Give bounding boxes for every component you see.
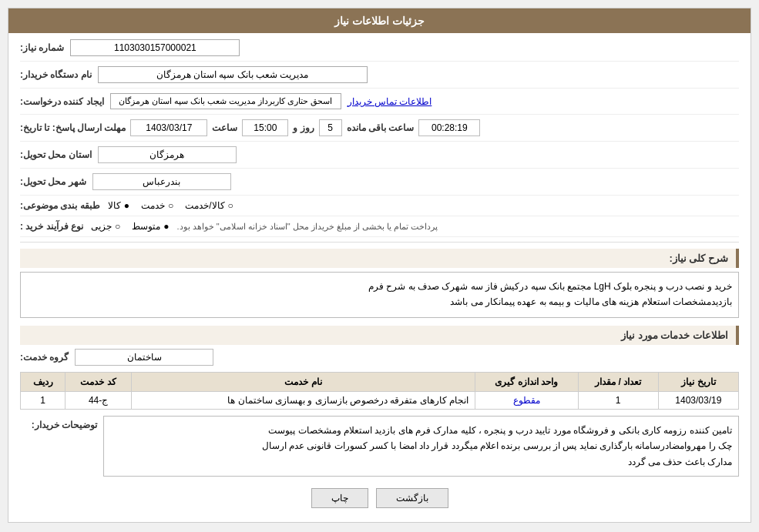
mohlat-date: 1403/03/17 xyxy=(130,119,207,136)
tabaqe-option-kala[interactable]: ● کالا xyxy=(108,200,129,211)
group-label: گروه خدمت: xyxy=(20,352,69,363)
sharh-line1: خرید و نصب درب و پنجره بلوک LgH مجتمع با… xyxy=(27,279,732,294)
ijad-value: اسحق حتاری کاربرداز مدیریت شعب بانک سپه … xyxy=(110,93,341,109)
ostan-label: استان محل تحویل: xyxy=(20,149,92,160)
radio-icon: ● xyxy=(163,221,169,232)
rooz-value: 5 xyxy=(319,119,342,136)
cell-name: انجام کارهای متفرقه درخصوص بازسازی و بهس… xyxy=(131,392,475,410)
radio-icon: ● xyxy=(124,200,129,211)
tawzih-content: تامین کننده رزومه کاری بانکی و فروشگاه م… xyxy=(103,416,739,477)
sharh-section-title: شرح کلی نیاز: xyxy=(20,249,739,268)
sharh-content: خرید و نصب درب و پنجره بلوک LgH مجتمع با… xyxy=(20,272,739,318)
neaz-value: 1103030157000021 xyxy=(70,39,240,56)
shahr-label: شهر محل تحویل: xyxy=(20,176,86,187)
tawzih-line: مدارک باعث حذف می گردد xyxy=(110,454,732,470)
dasgah-value: مدیریت شعب بانک سپه استان هرمزگان xyxy=(98,66,368,83)
cell-radif: 1 xyxy=(21,392,65,410)
shahr-value: بندرعباس xyxy=(92,173,231,190)
tabaqe-label: طبقه بندی موضوعی: xyxy=(20,200,100,211)
table-row: 1403/03/19 1 مقطوع انجام کارهای متفرقه د… xyxy=(21,392,739,410)
col-name: نام خدمت xyxy=(131,373,475,392)
button-row: بازگشت چاپ xyxy=(20,488,739,508)
cell-code: ج-44 xyxy=(65,392,132,410)
radio-icon: ○ xyxy=(115,221,120,232)
neaz-label: شماره نیاز: xyxy=(20,42,64,53)
col-tarikh: تاریخ نیاز xyxy=(658,373,738,392)
ostan-value: هرمزگان xyxy=(98,146,237,163)
tawzih-label: توضیحات خریدار: xyxy=(20,420,97,430)
services-table: تاریخ نیاز تعداد / مقدار واحد اندازه گیر… xyxy=(20,372,739,410)
radio-icon: ○ xyxy=(168,200,173,211)
tabaqe-radio-group: ○ کالا/خدمت ○ خدمت ● کالا xyxy=(108,200,233,211)
farayed-option-jozei[interactable]: ○ جزیی xyxy=(91,221,120,232)
saat-label: ساعت xyxy=(212,122,237,133)
col-radif: ردیف xyxy=(21,373,65,392)
group-value: ساختمان xyxy=(75,349,213,366)
back-button[interactable]: بازگشت xyxy=(376,488,448,508)
farayed-option-motavaset[interactable]: ● متوسط xyxy=(132,221,169,232)
tawzih-line: چک را مهروامضادرسامانه بارگذاری نماید پس… xyxy=(110,438,732,453)
khadamat-section-title: اطلاعات خدمات مورد نیاز xyxy=(20,326,739,345)
saat-value: 15:00 xyxy=(242,119,288,136)
tawzih-line: تامین کننده رزومه کاری بانکی و فروشگاه م… xyxy=(110,423,732,438)
radio-icon: ○ xyxy=(228,200,233,211)
print-button[interactable]: چاپ xyxy=(311,488,368,508)
tabaqe-option-khadamat[interactable]: ○ خدمت xyxy=(141,200,173,211)
col-code: کد خدمت xyxy=(65,373,132,392)
rooz-label: روز و xyxy=(293,122,314,133)
mande-label: ساعت باقی مانده xyxy=(347,122,415,133)
dasgah-label: نام دستگاه خریدار: xyxy=(20,69,92,80)
ijad-label: ایجاد کننده درخواست: xyxy=(20,96,104,107)
col-tedad: تعداد / مقدار xyxy=(578,373,658,392)
farayed-label: نوع فرآیند خرید : xyxy=(20,221,83,232)
farayed-radio-group: ● متوسط ○ جزیی xyxy=(91,221,170,232)
mohlat-label: مهلت ارسال پاسخ: تا تاریخ: xyxy=(20,122,126,133)
cell-vahed: مقطوع xyxy=(475,392,579,410)
col-vahed: واحد اندازه گیری xyxy=(475,373,579,392)
page-title: جزئیات اطلاعات نیاز xyxy=(8,8,751,33)
farayed-note: پرداخت تمام یا بخشی از مبلغ خریداز محل "… xyxy=(177,222,438,232)
ijad-link[interactable]: اطلاعات تماس خریدار xyxy=(348,96,432,107)
sharh-line2: بازدیدمشخصات استعلام هزینه های مالیات و … xyxy=(27,294,732,309)
tabaqe-option-kala-khadamat[interactable]: ○ کالا/خدمت xyxy=(185,200,233,211)
cell-tedad: 1 xyxy=(578,392,658,410)
cell-tarikh: 1403/03/19 xyxy=(658,392,738,410)
mande-value: 00:28:19 xyxy=(418,119,480,136)
